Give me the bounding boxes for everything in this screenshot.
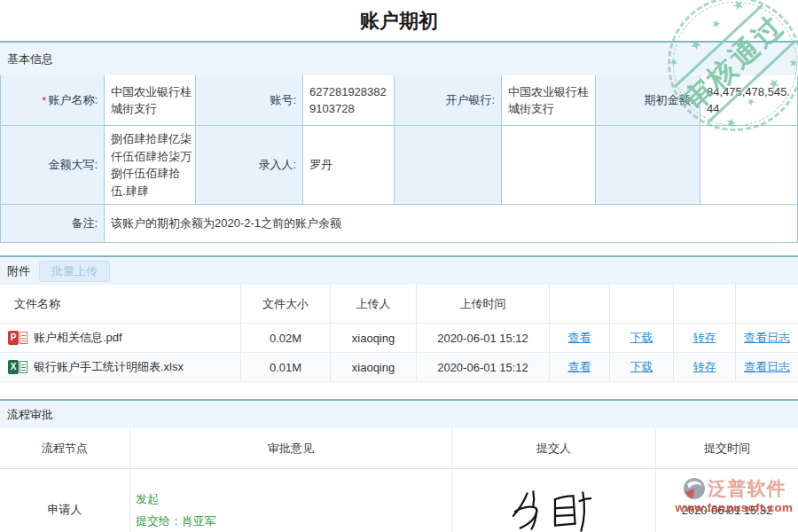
empty-value-cell	[502, 126, 596, 205]
attachments-table: 文件名称 文件大小 上传人 上传时间 P 账户相关信息.pdf 0.02M xi…	[0, 285, 798, 382]
col-header-submit-time: 提交时间	[656, 428, 798, 469]
empty-label-cell	[596, 126, 700, 205]
col-header-uploader: 上传人	[331, 285, 417, 324]
account-no-label: 账号:	[196, 75, 303, 126]
download-link[interactable]: 下载	[630, 359, 653, 375]
attachment-row-uploader: xiaoqing	[331, 353, 417, 382]
col-header-action	[674, 285, 736, 324]
section-basic-info: 基本信息	[0, 41, 798, 75]
flow-node-cell: 申请人	[0, 469, 130, 532]
col-header-file-size: 文件大小	[241, 285, 331, 324]
col-header-action	[550, 285, 610, 324]
approval-flow-table: 流程节点 审批意见 提交人 提交时间 申请人 发起 提交给：肖亚军 202	[0, 428, 798, 532]
col-header-action	[610, 285, 674, 324]
attachment-row-file-size: 0.02M	[241, 324, 331, 353]
submit-time-cell: 2020-06-01 15:32	[656, 469, 798, 532]
amount-words-label: 金额大写:	[1, 126, 105, 205]
view-log-link[interactable]: 查看日志	[744, 330, 790, 346]
opinion-initiate: 发起	[136, 490, 159, 508]
handwritten-signature	[506, 487, 602, 532]
section-basic-info-label: 基本信息	[7, 51, 53, 67]
bank-value: 中国农业银行桂城街支行	[502, 75, 596, 126]
opinion-submitted-to: 提交给：肖亚军	[136, 512, 216, 530]
empty-value-cell	[700, 126, 797, 205]
attachment-row-file-name: P 账户相关信息.pdf	[0, 324, 241, 353]
col-header-flow-node: 流程节点	[0, 428, 130, 469]
basic-info-table: * 账户名称: 中国农业银行桂城街支行 账号: 6272819283829103…	[0, 75, 798, 243]
account-no-value: 6272819283829103728	[303, 75, 395, 126]
section-approval-flow: 流程审批	[0, 399, 798, 428]
col-header-action	[736, 285, 798, 324]
pdf-file-icon: P	[8, 331, 27, 345]
col-header-approval-opinion: 审批意见	[130, 428, 452, 469]
remark-value: 该账户的期初余额为2020-2-1之前的账户余额	[105, 205, 797, 242]
col-header-upload-time: 上传时间	[417, 285, 550, 324]
empty-label-cell	[395, 126, 502, 205]
page-title: 账户期初	[0, 0, 798, 41]
remark-label: 备注:	[1, 205, 105, 242]
transfer-link[interactable]: 转存	[693, 330, 716, 346]
required-asterisk: *	[42, 94, 46, 107]
col-header-submitter: 提交人	[452, 428, 656, 469]
bank-label: 开户银行:	[395, 75, 502, 126]
attachment-row-upload-time: 2020-06-01 15:12	[417, 324, 550, 353]
excel-file-icon: X	[8, 360, 27, 374]
attachment-row-upload-time: 2020-06-01 15:12	[417, 353, 550, 382]
entered-by-value: 罗丹	[303, 126, 395, 205]
view-link[interactable]: 查看	[568, 359, 591, 375]
view-link[interactable]: 查看	[568, 330, 591, 346]
batch-upload-button[interactable]: 批量上传	[39, 261, 110, 282]
col-header-file-name: 文件名称	[0, 285, 241, 324]
account-name-label: * 账户名称:	[1, 75, 105, 126]
view-log-link[interactable]: 查看日志	[744, 359, 790, 375]
account-name-value: 中国农业银行桂城街支行	[105, 75, 196, 126]
entered-by-label: 录入人:	[196, 126, 303, 205]
initial-amount-label: 期初金额:	[596, 75, 700, 126]
section-approval-flow-label: 流程审批	[7, 407, 53, 423]
download-link[interactable]: 下载	[630, 330, 653, 346]
attachment-row-uploader: xiaoqing	[331, 324, 417, 353]
attachment-row-file-size: 0.01M	[241, 353, 331, 382]
attachment-row-file-name: X 银行账户手工统计明细表.xlsx	[0, 353, 241, 382]
transfer-link[interactable]: 转存	[693, 359, 716, 375]
initial-amount-value: 84,475,478,545.44	[700, 75, 797, 126]
approval-opinion-cell: 发起 提交给：肖亚军	[130, 469, 452, 532]
amount-words-value: 捌佰肆拾肆亿柒仟伍佰肆拾柒万捌仟伍佰肆拾伍.肆肆	[105, 126, 196, 205]
section-attachments: 附件 批量上传	[0, 255, 798, 285]
section-attachments-label: 附件	[7, 263, 30, 279]
submitter-signature-cell	[452, 469, 656, 532]
